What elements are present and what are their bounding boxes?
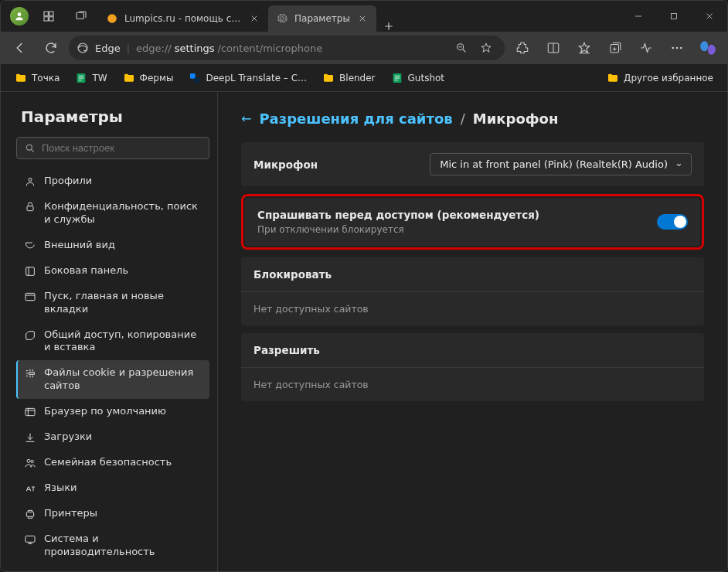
new-tab-button[interactable]	[376, 21, 401, 32]
sidebar-item[interactable]: Файлы cookie и разрешения сайтов	[16, 360, 209, 399]
sidebar-item[interactable]: Конфиденциальность, поиск и службы	[16, 194, 209, 233]
nav-label: Браузер по умолчанию	[44, 405, 166, 418]
ask-before-access-card: Спрашивать перед доступом (рекомендуется…	[245, 198, 700, 246]
device-dropdown[interactable]: Mic in at front panel (Pink) (Realtek(R)…	[430, 153, 692, 175]
sidebar-item[interactable]: Общий доступ, копирование и вставка	[16, 322, 209, 361]
nav-label: Профили	[44, 175, 92, 188]
bookmark-label: DeepL Translate – C…	[206, 73, 307, 83]
minimize-button[interactable]	[621, 1, 656, 32]
sidebar-item[interactable]: Боковая панель	[16, 258, 209, 284]
bookmark-item[interactable]: Фермы	[117, 69, 180, 87]
edge-icon	[77, 42, 89, 54]
ask-label: Спрашивать перед доступом (рекомендуется…	[257, 209, 539, 221]
nav-label: Пуск, главная и новые вкладки	[44, 290, 202, 316]
nav-label: Конфиденциальность, поиск и службы	[44, 200, 202, 226]
ask-sublabel: При отключении блокируется	[257, 224, 539, 235]
breadcrumb-current: Микрофон	[473, 111, 559, 127]
bookmark-item[interactable]: Blender	[316, 69, 382, 87]
svg-rect-1	[77, 12, 83, 19]
bookmarks-overflow[interactable]: Другое избранное	[600, 69, 719, 87]
svg-rect-25	[26, 536, 35, 542]
bookmark-item[interactable]: DeepL Translate – C…	[182, 69, 313, 87]
sidebar-item[interactable]: Браузер по умолчанию	[16, 399, 209, 424]
sidebar-item[interactable]: Профили	[16, 169, 209, 194]
bookmark-label: Фермы	[140, 73, 174, 83]
nav-icon	[24, 240, 36, 252]
titlebar: Lumpics.ru - помощь с компьют Параметры	[1, 1, 727, 32]
nav-icon	[24, 201, 36, 213]
bookmark-item[interactable]: TW	[69, 69, 113, 87]
workspaces-icon[interactable]	[36, 10, 61, 22]
nav-label: Файлы cookie и разрешения сайтов	[44, 366, 202, 393]
collections-icon[interactable]	[602, 35, 628, 61]
svg-point-8	[672, 47, 674, 49]
nav-icon	[24, 329, 36, 342]
menu-icon[interactable]	[664, 35, 690, 61]
settings-title: Параметры	[16, 107, 209, 126]
breadcrumb-parent[interactable]: Разрешения для сайтов	[259, 111, 452, 127]
extensions-icon[interactable]	[509, 35, 536, 61]
address-bar[interactable]: Edge | edge://settings/content/microphon…	[69, 36, 505, 60]
maximize-button[interactable]	[656, 1, 692, 32]
tab-lumpics[interactable]: Lumpics.ru - помощь с компьют	[98, 5, 268, 32]
tab-overview-icon[interactable]	[69, 10, 94, 22]
gear-icon	[276, 12, 288, 25]
nav-label: Загрузки	[44, 431, 92, 444]
sidebar-item[interactable]: Семейная безопасность	[16, 450, 209, 475]
block-card: Блокировать Нет доступных сайтов	[241, 257, 704, 325]
ask-toggle[interactable]	[657, 214, 688, 230]
allow-empty: Нет доступных сайтов	[241, 367, 704, 401]
svg-point-9	[676, 47, 679, 49]
browser-toolbar: Edge | edge://settings/content/microphon…	[1, 32, 727, 64]
svg-rect-13	[195, 77, 200, 83]
bookmark-item[interactable]: Gutshot	[385, 69, 451, 87]
nav-icon	[24, 457, 36, 469]
breadcrumb-back-icon[interactable]: ←	[241, 111, 251, 126]
svg-rect-20	[29, 373, 35, 375]
settings-main: ← Разрешения для сайтов / Микрофон Микро…	[218, 92, 727, 571]
breadcrumb-sep: /	[461, 111, 465, 127]
tab-settings[interactable]: Параметры	[268, 5, 376, 32]
sidebar-item[interactable]: Принтеры	[16, 501, 209, 526]
allow-label: Разрешить	[253, 344, 320, 356]
nav-icon	[24, 482, 36, 495]
sidebar-item[interactable]: Загрузки	[16, 424, 209, 450]
nav-icon	[24, 367, 36, 380]
split-icon[interactable]	[540, 35, 566, 61]
nav-label: Языки	[44, 482, 77, 495]
bookmarks-overflow-label: Другое избранное	[624, 73, 713, 83]
svg-point-4	[78, 43, 87, 53]
tab-close-icon[interactable]	[248, 12, 260, 25]
favorite-icon[interactable]	[475, 35, 497, 61]
block-label: Блокировать	[253, 268, 332, 281]
svg-point-2	[107, 14, 117, 23]
bookmark-item[interactable]: Точка	[9, 69, 66, 87]
tab-label: Lumpics.ru - помощь с компьют	[124, 13, 242, 24]
profile-avatar[interactable]	[10, 7, 29, 26]
svg-point-23	[31, 460, 33, 462]
sidebar-item[interactable]: Внешний вид	[16, 233, 209, 258]
sidebar-item[interactable]: Языки	[16, 475, 209, 501]
close-button[interactable]	[692, 1, 727, 32]
performance-icon[interactable]	[633, 35, 659, 61]
nav-icon	[24, 406, 36, 418]
settings-search[interactable]	[16, 137, 209, 159]
sidebar-item[interactable]: Пуск, главная и новые вкладки	[16, 284, 209, 322]
device-label: Микрофон	[253, 158, 318, 171]
tab-close-icon[interactable]	[356, 12, 369, 25]
back-button[interactable]	[7, 35, 33, 61]
nav-icon	[24, 533, 36, 546]
sidebar-item[interactable]: Сбросить настройки	[16, 565, 209, 571]
favorites-icon[interactable]	[571, 35, 597, 61]
nav-icon	[24, 265, 36, 277]
refresh-button[interactable]	[38, 35, 64, 61]
sidebar-item[interactable]: Система и производительность	[16, 526, 209, 565]
allow-card: Разрешить Нет доступных сайтов	[241, 333, 704, 401]
search-icon	[25, 143, 36, 154]
tab-strip: Lumpics.ru - помощь с компьют Параметры	[98, 1, 621, 32]
zoom-icon[interactable]	[451, 35, 472, 61]
bookmarks-bar: ТочкаTWФермыDeepL Translate – C…BlenderG…	[1, 64, 727, 92]
settings-search-input[interactable]	[42, 142, 201, 154]
copilot-icon[interactable]	[695, 35, 721, 61]
tab-label: Параметры	[294, 13, 350, 24]
